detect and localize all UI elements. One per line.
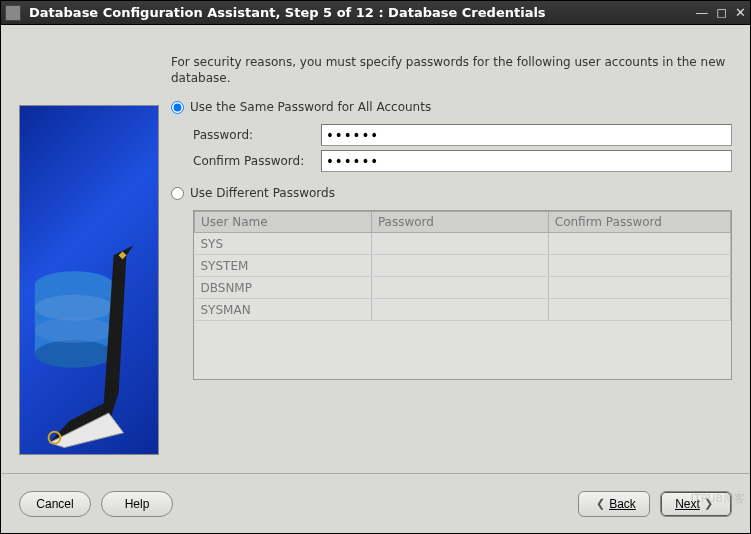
window-title: Database Configuration Assistant, Step 5… [29,5,695,20]
table-row: DBSNMP [195,277,731,299]
help-button[interactable]: Help [101,491,173,517]
svg-point-2 [35,340,114,368]
col-user-name: User Name [195,212,372,233]
titlebar: Database Configuration Assistant, Step 5… [1,1,750,25]
cell-password[interactable] [371,277,548,299]
svg-point-3 [35,295,114,321]
confirm-password-label: Confirm Password: [193,154,321,168]
col-confirm-password: Confirm Password [548,212,730,233]
radio-different-passwords-label: Use Different Passwords [190,186,335,200]
cell-user: SYS [195,233,372,255]
wizard-side-image [19,105,159,455]
radio-different-passwords[interactable]: Use Different Passwords [171,186,732,200]
instruction-text: For security reasons, you must specify p… [171,55,732,86]
maximize-button[interactable]: ◻ [716,5,727,21]
table-row: SYS [195,233,731,255]
table-row: SYSMAN [195,299,731,321]
cell-confirm[interactable] [548,299,730,321]
back-button[interactable]: ❮ Back [578,491,650,517]
confirm-password-input[interactable] [321,150,732,172]
radio-different-passwords-input[interactable] [171,187,184,200]
footer: Cancel Help ❮ Back Next ❯ [1,473,750,533]
radio-same-password-label: Use the Same Password for All Accounts [190,100,431,114]
password-input[interactable] [321,124,732,146]
cell-password[interactable] [371,255,548,277]
cell-confirm[interactable] [548,255,730,277]
col-password: Password [371,212,548,233]
table-row: SYSTEM [195,255,731,277]
cell-password[interactable] [371,299,548,321]
cell-confirm[interactable] [548,277,730,299]
back-button-label: Back [609,497,636,511]
cell-user: SYSMAN [195,299,372,321]
close-button[interactable]: ✕ [735,5,746,21]
users-table: User Name Password Confirm Password SYS [193,210,732,380]
svg-point-4 [35,317,114,343]
radio-same-password[interactable]: Use the Same Password for All Accounts [171,100,732,114]
app-icon [5,5,21,21]
cell-confirm[interactable] [548,233,730,255]
cell-user: DBSNMP [195,277,372,299]
cancel-button[interactable]: Cancel [19,491,91,517]
password-label: Password: [193,128,321,142]
radio-same-password-input[interactable] [171,101,184,114]
minimize-button[interactable]: — [695,5,708,21]
chevron-left-icon: ❮ [596,497,605,510]
watermark: ITPUB博客 [691,491,745,506]
cell-password[interactable] [371,233,548,255]
cell-user: SYSTEM [195,255,372,277]
